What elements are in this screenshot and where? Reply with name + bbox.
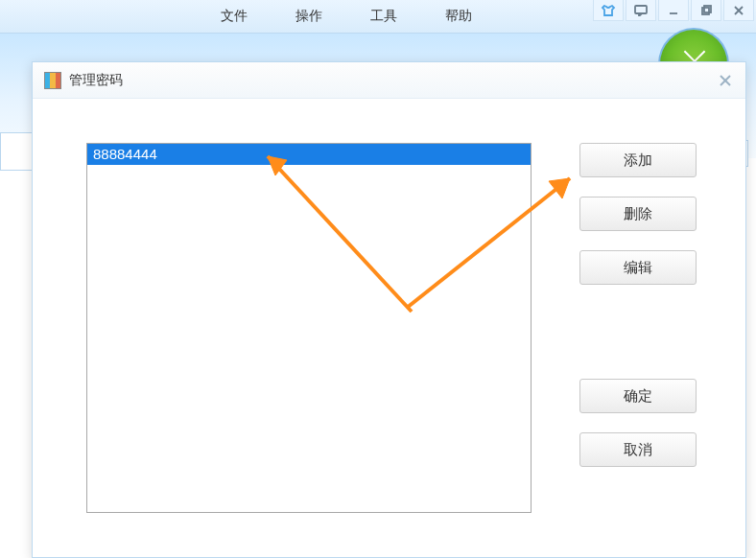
svg-marker-13 bbox=[549, 178, 570, 198]
ok-button[interactable]: 确定 bbox=[579, 379, 697, 413]
dialog-title: 管理密码 bbox=[69, 72, 123, 89]
svg-rect-2 bbox=[702, 8, 709, 14]
delete-button[interactable]: 删除 bbox=[579, 197, 697, 231]
dialog-titlebar: 管理密码 bbox=[33, 62, 745, 99]
skin-icon[interactable] bbox=[593, 0, 624, 21]
button-column: 添加 删除 编辑 确定 取消 bbox=[579, 143, 697, 513]
svg-line-12 bbox=[407, 178, 570, 308]
manage-password-dialog: 管理密码 88884444 添加 删除 编辑 确定 取消 bbox=[32, 61, 746, 558]
dialog-body: 88884444 添加 删除 编辑 确定 取消 bbox=[33, 99, 745, 532]
menu-help[interactable]: 帮助 bbox=[445, 8, 472, 25]
cancel-button[interactable]: 取消 bbox=[579, 432, 697, 467]
menu-tools[interactable]: 工具 bbox=[370, 8, 397, 25]
add-button[interactable]: 添加 bbox=[579, 143, 697, 177]
dialog-close-button[interactable] bbox=[715, 70, 736, 91]
close-window-button[interactable] bbox=[723, 0, 754, 21]
window-controls bbox=[593, 0, 756, 34]
minimize-button[interactable] bbox=[658, 0, 689, 21]
svg-rect-3 bbox=[704, 6, 711, 12]
archive-icon bbox=[44, 72, 61, 89]
feedback-icon[interactable] bbox=[626, 0, 656, 21]
svg-line-10 bbox=[268, 156, 412, 312]
annotation-arrow-1 bbox=[248, 139, 421, 321]
svg-rect-0 bbox=[635, 6, 647, 13]
annotation-arrow-2 bbox=[397, 164, 589, 317]
menu-operate[interactable]: 操作 bbox=[295, 8, 322, 25]
edit-button[interactable]: 编辑 bbox=[579, 250, 697, 285]
menu-file[interactable]: 文件 bbox=[221, 8, 248, 25]
maximize-button[interactable] bbox=[691, 0, 721, 21]
